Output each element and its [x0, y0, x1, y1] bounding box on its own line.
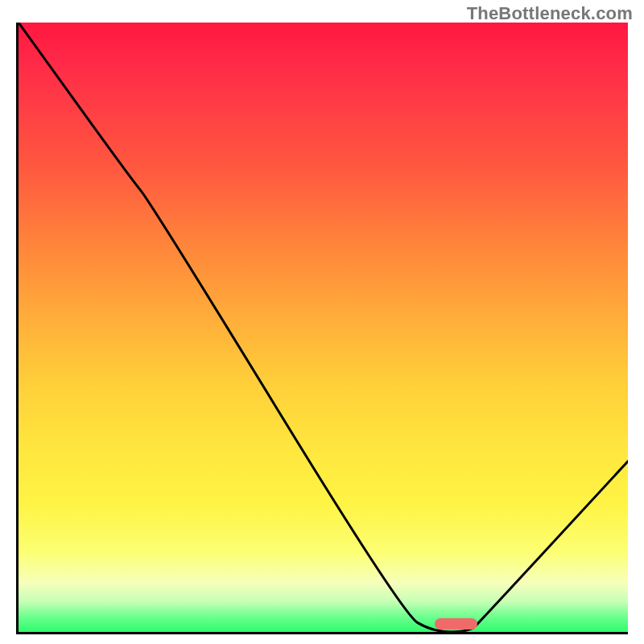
plot-area: [16, 23, 628, 634]
optimal-marker: [435, 618, 477, 630]
bottleneck-curve: [19, 23, 628, 632]
bottleneck-chart: TheBottleneck.com: [0, 0, 644, 644]
watermark-text: TheBottleneck.com: [467, 3, 633, 24]
curve-path: [19, 23, 628, 632]
